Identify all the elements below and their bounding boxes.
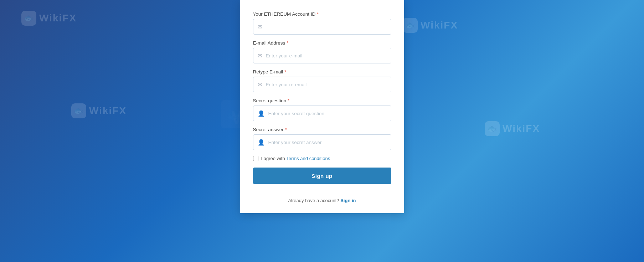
signin-link[interactable]: Sign in [340,198,356,203]
divider [253,192,391,192]
secret-answer-label: Secret answer * [253,127,391,132]
email-input[interactable] [266,53,387,58]
page-center: Your ETHEREUM Account ID * ✉ E-mail Addr… [0,0,644,262]
signin-row: Already have a acocunt? Sign in [253,198,391,203]
ethereum-label-text: Your ETHEREUM Account ID [253,11,316,17]
retype-envelope-icon: ✉ [258,81,262,88]
signup-form-card: Your ETHEREUM Account ID * ✉ E-mail Addr… [240,0,404,213]
secret-question-field-group: Secret question * 👤 [253,98,391,121]
email-input-wrapper: ✉ [253,48,391,63]
terms-link[interactable]: Terms and conditions [286,156,330,161]
ethereum-input-wrapper: ✉ [253,19,391,35]
secret-answer-input[interactable] [268,140,387,145]
ethereum-label: Your ETHEREUM Account ID * [253,11,391,17]
answer-user-icon: 👤 [258,139,265,146]
secret-question-input-wrapper: 👤 [253,106,391,121]
ethereum-required: * [317,11,319,17]
retype-email-label: Retype E-mail * [253,69,391,75]
secret-question-label: Secret question * [253,98,391,103]
secret-answer-label-text: Secret answer [253,127,284,132]
email-label: E-mail Address * [253,40,391,46]
email-label-text: E-mail Address [253,40,285,46]
email-required: * [287,40,288,46]
email-envelope-icon: ✉ [258,52,262,59]
secret-answer-input-wrapper: 👤 [253,134,391,150]
email-field-group: E-mail Address * ✉ [253,40,391,63]
secret-answer-required: * [285,127,287,132]
ethereum-field-group: Your ETHEREUM Account ID * ✉ [253,11,391,35]
secret-answer-field-group: Secret answer * 👤 [253,127,391,150]
agree-text: I agree with [261,156,287,161]
already-account-text: Already have a acocunt? [288,198,339,203]
retype-email-field-group: Retype E-mail * ✉ [253,69,391,92]
secret-question-input[interactable] [268,111,387,116]
terms-label: I agree with Terms and conditions [261,156,330,161]
terms-checkbox-row: I agree with Terms and conditions [253,156,391,161]
envelope-icon: ✉ [258,24,262,30]
retype-email-input-wrapper: ✉ [253,77,391,92]
retype-email-input[interactable] [266,82,387,87]
secret-question-label-text: Secret question [253,98,287,103]
user-icon: 👤 [258,110,265,117]
terms-checkbox[interactable] [253,156,258,161]
retype-email-label-text: Retype E-mail [253,69,283,75]
ethereum-input[interactable] [266,24,387,30]
signup-button[interactable]: Sign up [253,168,391,184]
secret-question-required: * [288,98,289,103]
retype-email-required: * [284,69,286,75]
